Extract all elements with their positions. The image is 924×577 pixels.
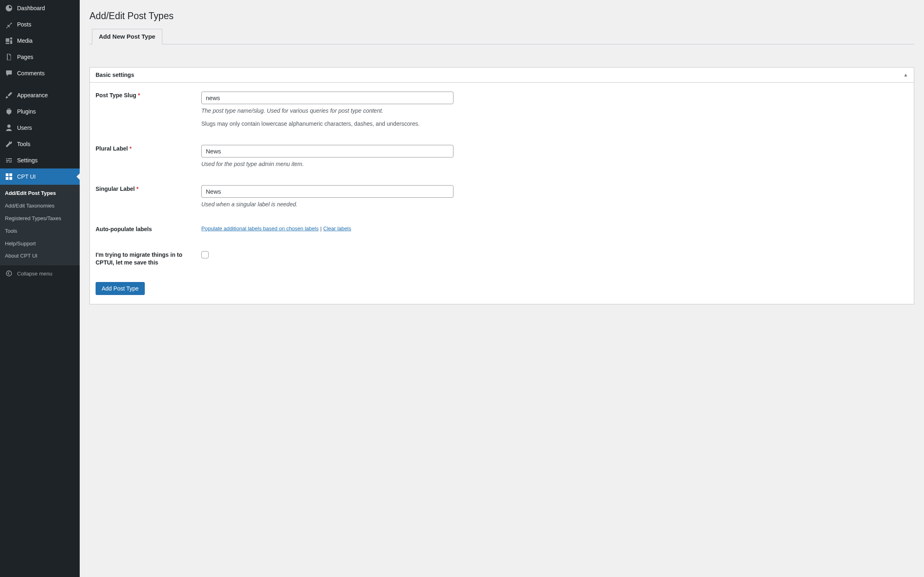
svg-rect-1 [9, 173, 12, 176]
singular-desc: Used when a singular label is needed. [201, 201, 908, 208]
sidebar-item-cpt-ui[interactable]: CPT UI [0, 168, 80, 185]
pin-icon [5, 20, 13, 28]
sliders-icon [5, 156, 13, 164]
tab-add-new-post-type[interactable]: Add New Post Type [92, 29, 162, 44]
sidebar-item-tools[interactable]: Tools [0, 136, 80, 152]
wrench-icon [5, 140, 13, 148]
sidebar-item-media[interactable]: Media [0, 33, 80, 49]
toggle-panel-button[interactable]: ▲ [903, 72, 908, 78]
svg-point-4 [7, 271, 12, 276]
sidebar-item-label: Settings [17, 157, 38, 164]
slug-desc: The post type name/slug. Used for variou… [201, 107, 908, 114]
sidebar-item-users[interactable]: Users [0, 120, 80, 136]
sidebar-item-label: Dashboard [17, 5, 45, 11]
submenu-help-support[interactable]: Help/Support [0, 238, 80, 250]
sidebar-item-label: Posts [17, 21, 31, 28]
submenu-tools[interactable]: Tools [0, 225, 80, 238]
slug-desc-rules: Slugs may only contain lowercase alphanu… [201, 120, 908, 127]
populate-labels-link[interactable]: Populate additional labels based on chos… [201, 225, 318, 232]
admin-sidebar: Dashboard Posts Media Pages Comments App… [0, 0, 80, 577]
sidebar-item-label: Users [17, 125, 32, 131]
sidebar-item-appearance[interactable]: Appearance [0, 87, 80, 103]
slug-label: Post Type Slug [96, 92, 136, 98]
sidebar-item-label: Plugins [17, 108, 36, 115]
migrate-checkbox[interactable] [201, 251, 209, 258]
link-separator: | [318, 225, 323, 232]
tabs: Add New Post Type [89, 29, 914, 44]
submenu-registered-types-taxes[interactable]: Registered Types/Taxes [0, 212, 80, 225]
basic-settings-header: Basic settings ▲ [90, 68, 914, 83]
required-indicator: * [136, 186, 138, 192]
sidebar-item-label: Pages [17, 54, 33, 60]
sidebar-item-settings[interactable]: Settings [0, 152, 80, 168]
page-title: Add/Edit Post Types [89, 11, 914, 22]
sidebar-item-label: CPT UI [17, 173, 36, 180]
sidebar-item-posts[interactable]: Posts [0, 16, 80, 33]
basic-settings-box: Basic settings ▲ Post Type Slug * The po… [89, 67, 914, 304]
pages-icon [5, 53, 13, 61]
plural-label: Plural Label [96, 145, 128, 152]
clear-labels-link[interactable]: Clear labels [323, 225, 351, 232]
plugin-icon [5, 107, 13, 116]
sidebar-item-plugins[interactable]: Plugins [0, 103, 80, 120]
sidebar-item-label: Comments [17, 70, 45, 76]
svg-rect-3 [9, 177, 12, 180]
submenu-about-cpt-ui[interactable]: About CPT UI [0, 250, 80, 262]
sidebar-item-comments[interactable]: Comments [0, 65, 80, 81]
auto-populate-label: Auto-populate labels [96, 226, 152, 232]
required-indicator: * [129, 145, 131, 152]
sidebar-item-label: Tools [17, 141, 31, 147]
singular-label-input[interactable] [201, 185, 453, 198]
submenu-add-edit-post-types[interactable]: Add/Edit Post Types [0, 187, 80, 200]
box-title: Basic settings [96, 72, 134, 78]
svg-rect-2 [6, 177, 9, 180]
sidebar-item-dashboard[interactable]: Dashboard [0, 0, 80, 16]
sidebar-item-label: Media [17, 37, 33, 44]
required-indicator: * [138, 92, 140, 98]
basic-settings-form: Post Type Slug * The post type name/slug… [90, 83, 914, 275]
plural-desc: Used for the post type admin menu item. [201, 161, 908, 167]
main-content: Add/Edit Post Types Add New Post Type Ba… [80, 0, 924, 577]
svg-rect-0 [6, 173, 9, 176]
add-post-type-button[interactable]: Add Post Type [96, 282, 145, 295]
collapse-icon [5, 269, 13, 278]
plural-label-input[interactable] [201, 145, 453, 157]
user-icon [5, 124, 13, 132]
sidebar-item-pages[interactable]: Pages [0, 49, 80, 65]
sidebar-item-label: Appearance [17, 92, 48, 98]
submenu-add-edit-taxonomies[interactable]: Add/Edit Taxonomies [0, 200, 80, 212]
singular-label: Singular Label [96, 186, 135, 192]
dashboard-icon [5, 4, 13, 12]
collapse-menu-button[interactable]: Collapse menu [0, 265, 80, 282]
post-type-slug-input[interactable] [201, 92, 453, 104]
grid-icon [5, 173, 13, 181]
migrate-label: I'm trying to migrate things in to CPTUI… [96, 251, 182, 266]
cpt-ui-submenu: Add/Edit Post Types Add/Edit Taxonomies … [0, 185, 80, 265]
comments-icon [5, 69, 13, 77]
collapse-menu-label: Collapse menu [17, 271, 52, 277]
media-icon [5, 37, 13, 45]
brush-icon [5, 91, 13, 99]
